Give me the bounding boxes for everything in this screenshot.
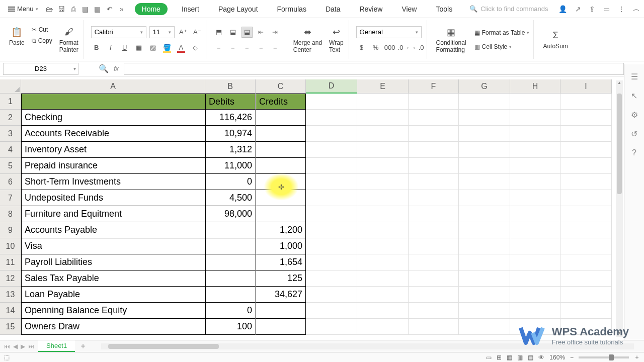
number-format-select[interactable]: General▾	[356, 26, 422, 38]
cell[interactable]	[409, 319, 459, 335]
cell[interactable]	[560, 158, 612, 174]
align-center-icon[interactable]: ≡	[227, 42, 238, 53]
cell[interactable]	[357, 206, 409, 222]
cell[interactable]	[459, 238, 510, 254]
cell[interactable]	[256, 319, 306, 335]
cell[interactable]	[306, 206, 357, 222]
cell[interactable]	[306, 126, 357, 142]
col-header-C[interactable]: C	[256, 79, 306, 94]
autosum-button[interactable]: Σ AutoSum	[541, 29, 570, 51]
cell[interactable]	[510, 238, 560, 254]
open-icon[interactable]: 🗁	[44, 4, 54, 14]
cell[interactable]: Debits	[205, 94, 256, 110]
cell[interactable]: 4,500	[205, 190, 256, 206]
cell[interactable]	[560, 319, 612, 335]
increase-font-icon[interactable]: A⁺	[178, 27, 189, 38]
copy-button[interactable]: ⧉Copy	[31, 36, 53, 45]
cell[interactable]: 100	[205, 319, 256, 335]
cell[interactable]	[560, 110, 612, 126]
share-icon[interactable]: ↗	[575, 5, 581, 13]
cell[interactable]	[459, 206, 510, 222]
view-break-icon[interactable]: ▤	[528, 354, 533, 361]
cell[interactable]	[357, 303, 409, 319]
cell[interactable]	[510, 319, 560, 335]
row-header[interactable]: 1	[0, 94, 21, 110]
cell[interactable]	[205, 222, 256, 238]
cell[interactable]: 125	[256, 270, 306, 287]
row-header[interactable]: 3	[0, 126, 21, 142]
clear-format-button[interactable]: ◇	[190, 42, 201, 53]
cell[interactable]: Checking	[21, 110, 205, 126]
cell[interactable]	[357, 270, 409, 287]
horizontal-scrollbar[interactable]	[101, 343, 634, 349]
cell[interactable]	[560, 190, 612, 206]
cell[interactable]	[560, 206, 612, 222]
view-mode-2-icon[interactable]: ⊞	[497, 354, 502, 361]
name-box[interactable]: D23 ▾	[3, 63, 78, 75]
cell[interactable]	[409, 287, 459, 303]
cell[interactable]	[256, 158, 306, 174]
cell[interactable]	[357, 238, 409, 254]
cell[interactable]	[256, 142, 306, 158]
align-right-icon[interactable]: ≡	[242, 42, 253, 53]
cell[interactable]: Credits	[256, 94, 306, 110]
cell[interactable]	[510, 303, 560, 319]
cell[interactable]	[306, 303, 357, 319]
cell[interactable]	[357, 94, 409, 110]
print-preview-icon[interactable]: ▤	[80, 4, 91, 14]
cell[interactable]	[205, 270, 256, 287]
cell[interactable]	[306, 142, 357, 158]
cell[interactable]	[357, 126, 409, 142]
cell[interactable]	[510, 287, 560, 303]
cell[interactable]	[560, 270, 612, 287]
cell[interactable]: 0	[205, 174, 256, 190]
cell[interactable]: Owners Draw	[21, 319, 205, 335]
align-top-icon[interactable]: ⬒	[213, 27, 224, 38]
cell[interactable]	[510, 110, 560, 126]
cell[interactable]	[459, 174, 510, 190]
cell[interactable]	[306, 319, 357, 335]
zoom-slider[interactable]	[579, 356, 629, 358]
cell[interactable]: 34,627	[256, 287, 306, 303]
distribute-icon[interactable]: ≡	[270, 42, 281, 53]
cell[interactable]	[306, 158, 357, 174]
cell[interactable]	[409, 270, 459, 287]
cell[interactable]	[459, 190, 510, 206]
cell[interactable]	[357, 142, 409, 158]
cell[interactable]: Short-Term Investments	[21, 174, 205, 190]
cell[interactable]	[256, 126, 306, 142]
cell[interactable]: 1,312	[205, 142, 256, 158]
row-header[interactable]: 9	[0, 222, 21, 238]
kebab-icon[interactable]: ⋮	[618, 5, 625, 13]
paste-button[interactable]: 📋 Paste	[7, 25, 27, 47]
command-search[interactable]: 🔍 Click to find commands	[469, 5, 556, 13]
row-header[interactable]: 4	[0, 142, 21, 158]
italic-button[interactable]: I	[105, 42, 116, 53]
row-header[interactable]: 15	[0, 319, 21, 335]
cell[interactable]	[357, 287, 409, 303]
user-icon[interactable]: 👤	[558, 5, 567, 13]
justify-icon[interactable]: ≡	[256, 42, 267, 53]
cell[interactable]	[409, 254, 459, 270]
cell[interactable]	[409, 222, 459, 238]
cell[interactable]	[306, 222, 357, 238]
cell[interactable]	[409, 303, 459, 319]
row-header[interactable]: 5	[0, 158, 21, 174]
cell[interactable]	[409, 126, 459, 142]
cell[interactable]	[510, 254, 560, 270]
comma-icon[interactable]: 000	[384, 42, 395, 53]
zoom-level[interactable]: 160%	[549, 354, 565, 361]
cell[interactable]	[459, 142, 510, 158]
format-as-table-button[interactable]: ▦Format as Table▾	[473, 28, 531, 37]
save-icon[interactable]: 🖫	[56, 4, 66, 14]
cell[interactable]	[560, 238, 612, 254]
cell[interactable]	[409, 110, 459, 126]
cells-area[interactable]: DebitsCredits Checking116,426Accounts Re…	[21, 94, 612, 335]
cell[interactable]	[510, 126, 560, 142]
tab-data[interactable]: Data	[320, 2, 346, 16]
col-header-G[interactable]: G	[459, 79, 510, 94]
export-icon[interactable]: ▦	[93, 4, 103, 14]
decrease-decimal-icon[interactable]: ←.0	[413, 42, 424, 53]
cell[interactable]: 1,000	[256, 238, 306, 254]
col-header-B[interactable]: B	[205, 79, 256, 94]
